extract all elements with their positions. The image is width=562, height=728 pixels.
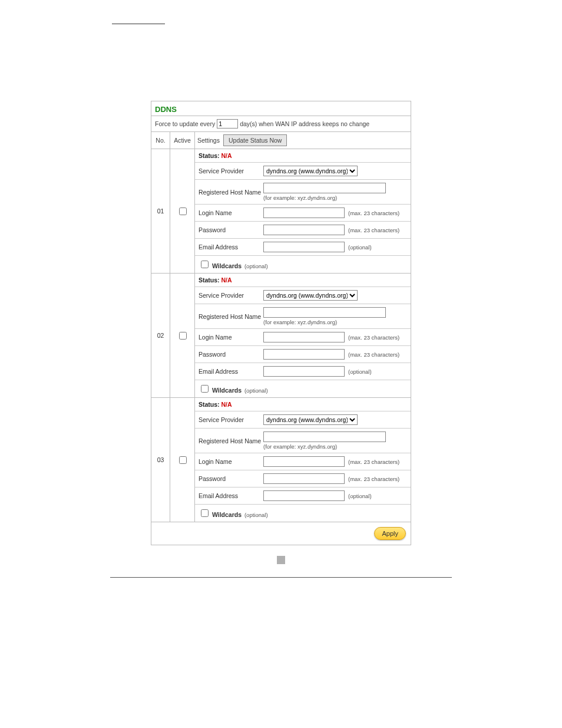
wildcards-label: Wildcards bbox=[212, 262, 242, 269]
wildcards-row: Wildcards (optional) bbox=[195, 380, 411, 397]
force-prefix: Force to update every bbox=[155, 120, 215, 127]
password-input[interactable] bbox=[263, 349, 345, 360]
email-label: Email Address bbox=[199, 368, 263, 375]
top-rule bbox=[112, 24, 165, 24]
bottom-rule bbox=[110, 577, 452, 578]
active-checkbox[interactable] bbox=[179, 207, 187, 215]
hostname-input[interactable] bbox=[263, 183, 386, 193]
login-row: Login Name (max. 23 characters) bbox=[195, 329, 411, 346]
hostname-label: Registered Host Name bbox=[199, 189, 263, 196]
hostname-label: Registered Host Name bbox=[199, 437, 263, 444]
password-row: Password (max. 23 characters) bbox=[195, 470, 411, 487]
email-hint: (optional) bbox=[348, 493, 372, 499]
hostname-row: Registered Host Name (for example: xyz.d… bbox=[195, 304, 411, 329]
status-label: Status: bbox=[199, 401, 220, 408]
login-input[interactable] bbox=[263, 456, 345, 467]
active-checkbox[interactable] bbox=[179, 332, 187, 340]
hostname-row: Registered Host Name (for example: xyz.d… bbox=[195, 180, 411, 205]
password-label: Password bbox=[199, 475, 263, 482]
hostname-label: Registered Host Name bbox=[199, 313, 263, 320]
update-status-button[interactable]: Update Status Now bbox=[223, 134, 287, 146]
wildcards-hint: (optional) bbox=[244, 387, 268, 394]
col-no: No. bbox=[151, 132, 170, 149]
provider-label: Service Provider bbox=[199, 416, 263, 423]
status-label: Status: bbox=[199, 152, 220, 159]
provider-label: Service Provider bbox=[199, 292, 263, 299]
provider-select[interactable]: dyndns.org (www.dyndns.org) bbox=[263, 166, 358, 176]
password-hint: (max. 23 characters) bbox=[348, 351, 399, 358]
col-settings-label: Settings bbox=[197, 137, 220, 144]
entry-row: 03 Status: N/A Service Provider dyndns.o… bbox=[151, 398, 411, 522]
wildcards-hint: (optional) bbox=[244, 263, 268, 269]
hostname-input[interactable] bbox=[263, 307, 386, 318]
force-suffix: day(s) when WAN IP address keeps no chan… bbox=[240, 120, 369, 127]
login-hint: (max. 23 characters) bbox=[348, 210, 399, 216]
password-hint: (max. 23 characters) bbox=[348, 476, 399, 482]
password-input[interactable] bbox=[263, 473, 345, 484]
email-row: Email Address (optional) bbox=[195, 239, 411, 256]
table-header: No. Active Settings Update Status Now bbox=[151, 132, 411, 149]
password-input[interactable] bbox=[263, 225, 345, 235]
entry-no: 02 bbox=[151, 274, 170, 397]
provider-row: Service Provider dyndns.org (www.dyndns.… bbox=[195, 411, 411, 429]
entry-no: 03 bbox=[151, 398, 170, 522]
status-row: Status: N/A bbox=[195, 398, 411, 411]
wildcards-hint: (optional) bbox=[244, 512, 268, 518]
status-row: Status: N/A bbox=[195, 274, 411, 287]
email-hint: (optional) bbox=[348, 244, 372, 251]
status-row: Status: N/A bbox=[195, 149, 411, 163]
status-value: N/A bbox=[222, 401, 232, 408]
login-label: Login Name bbox=[199, 458, 263, 465]
entry-settings: Status: N/A Service Provider dyndns.org … bbox=[195, 274, 411, 397]
login-input[interactable] bbox=[263, 332, 345, 342]
hostname-row: Registered Host Name (for example: xyz.d… bbox=[195, 429, 411, 453]
col-settings: Settings Update Status Now bbox=[195, 132, 411, 149]
wildcards-row: Wildcards (optional) bbox=[195, 505, 411, 522]
email-hint: (optional) bbox=[348, 368, 372, 375]
entry-active-cell bbox=[170, 149, 195, 273]
provider-select[interactable]: dyndns.org (www.dyndns.org) bbox=[263, 290, 358, 301]
login-hint: (max. 23 characters) bbox=[348, 334, 399, 341]
email-input[interactable] bbox=[263, 242, 345, 252]
col-active: Active bbox=[170, 132, 195, 149]
password-hint: (max. 23 characters) bbox=[348, 227, 399, 233]
email-input[interactable] bbox=[263, 490, 345, 501]
force-update-row: Force to update every day(s) when WAN IP… bbox=[151, 116, 411, 132]
wildcards-row: Wildcards (optional) bbox=[195, 256, 411, 273]
email-input[interactable] bbox=[263, 366, 345, 377]
wildcards-label: Wildcards bbox=[212, 511, 242, 518]
entry-settings: Status: N/A Service Provider dyndns.org … bbox=[195, 398, 411, 522]
entry-active-cell bbox=[170, 274, 195, 397]
login-row: Login Name (max. 23 characters) bbox=[195, 453, 411, 470]
entry-no: 01 bbox=[151, 149, 170, 273]
active-checkbox[interactable] bbox=[179, 456, 187, 464]
email-label: Email Address bbox=[199, 243, 263, 251]
decorative-square bbox=[277, 556, 285, 564]
password-label: Password bbox=[199, 351, 263, 358]
hostname-hint: (for example: xyz.dyndns.org) bbox=[263, 443, 337, 450]
password-label: Password bbox=[199, 226, 263, 233]
entry-active-cell bbox=[170, 398, 195, 522]
provider-label: Service Provider bbox=[199, 167, 263, 174]
email-label: Email Address bbox=[199, 492, 263, 499]
apply-row: Apply bbox=[151, 522, 411, 545]
wildcards-checkbox[interactable] bbox=[201, 385, 209, 393]
login-input[interactable] bbox=[263, 207, 345, 218]
provider-select[interactable]: dyndns.org (www.dyndns.org) bbox=[263, 414, 358, 425]
login-row: Login Name (max. 23 characters) bbox=[195, 205, 411, 222]
password-row: Password (max. 23 characters) bbox=[195, 346, 411, 363]
login-hint: (max. 23 characters) bbox=[348, 459, 399, 465]
wildcards-checkbox[interactable] bbox=[201, 509, 209, 517]
provider-row: Service Provider dyndns.org (www.dyndns.… bbox=[195, 163, 411, 180]
apply-button[interactable]: Apply bbox=[374, 527, 406, 540]
status-value: N/A bbox=[222, 152, 232, 159]
status-value: N/A bbox=[222, 276, 232, 284]
hostname-hint: (for example: xyz.dyndns.org) bbox=[263, 319, 337, 325]
password-row: Password (max. 23 characters) bbox=[195, 222, 411, 239]
entry-row: 01 Status: N/A Service Provider dyndns.o… bbox=[151, 149, 411, 274]
force-update-input[interactable] bbox=[217, 119, 238, 129]
wildcards-checkbox[interactable] bbox=[201, 261, 209, 268]
hostname-input[interactable] bbox=[263, 431, 386, 442]
email-row: Email Address (optional) bbox=[195, 363, 411, 380]
hostname-hint: (for example: xyz.dyndns.org) bbox=[263, 195, 337, 201]
